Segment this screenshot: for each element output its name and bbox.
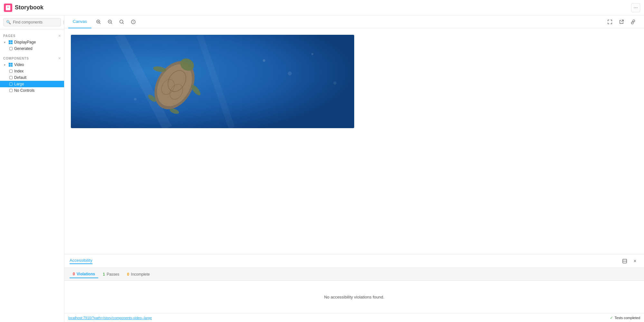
- svg-point-27: [311, 53, 313, 55]
- components-close-icon[interactable]: ×: [58, 56, 61, 61]
- sidebar-item-label: Default: [14, 75, 26, 80]
- sidebar-item-displaypage[interactable]: ▾ DisplayPage: [0, 39, 64, 45]
- tab-incomplete[interactable]: 0 Incomplete: [124, 271, 153, 278]
- sidebar-item-no-controls[interactable]: No Controls: [0, 87, 64, 94]
- svg-text:?: ?: [133, 21, 134, 24]
- check-icon: ✓: [610, 316, 613, 320]
- status-bar: localhost:7910/?path=/story/components-v…: [64, 313, 644, 322]
- incomplete-label: Incomplete: [131, 272, 150, 277]
- pages-section-header: PAGES ×: [0, 32, 64, 39]
- sidebar-item-video[interactable]: ▾ Video: [0, 62, 64, 68]
- canvas-toolbar: Canvas: [64, 15, 644, 28]
- story-icon: [9, 82, 13, 86]
- sidebar-item-label: Index: [14, 69, 24, 73]
- svg-point-26: [288, 71, 292, 75]
- tests-completed-label: Tests completed: [615, 316, 640, 320]
- turtle-svg: [71, 35, 354, 128]
- sidebar-item-label: Video: [14, 62, 24, 67]
- accessibility-tab-bar: Accessibility ×: [64, 254, 644, 268]
- grid-icon: [9, 63, 13, 67]
- fullscreen-icon: [608, 20, 612, 24]
- violations-tab-bar: 0 Violations 1 Passes 0 Incomplete: [64, 268, 644, 281]
- sidebar: 🔍 / PAGES × ▾ DisplayPage Generate: [0, 15, 64, 322]
- sidebar-content: PAGES × ▾ DisplayPage Generated COMPONEN…: [0, 29, 64, 322]
- violations-content: No accessibility violations found.: [64, 281, 644, 313]
- passes-count: 1: [103, 272, 105, 277]
- storybook-logo-icon: [4, 4, 12, 12]
- svg-point-8: [120, 20, 123, 23]
- tab-passes[interactable]: 1 Passes: [99, 271, 122, 278]
- zoom-reset-button[interactable]: [117, 17, 126, 26]
- fullscreen-button[interactable]: [605, 17, 614, 26]
- pages-label: PAGES: [3, 34, 15, 38]
- zoom-reset-icon: [119, 20, 124, 24]
- preview-area: [64, 28, 644, 254]
- pages-close-icon[interactable]: ×: [58, 33, 61, 38]
- svg-line-7: [111, 23, 112, 24]
- sidebar-item-label: DisplayPage: [14, 40, 36, 44]
- menu-button[interactable]: ···: [631, 3, 640, 12]
- story-icon: [9, 89, 13, 92]
- turtle-image: [71, 35, 354, 128]
- content-area: Canvas: [64, 15, 644, 322]
- panel-close-button[interactable]: ×: [631, 257, 639, 265]
- search-input[interactable]: [13, 20, 61, 24]
- panel-split-button[interactable]: [621, 257, 629, 265]
- top-right-icons: [605, 17, 638, 26]
- grid-icon: [9, 40, 13, 44]
- toolbar-icons: ?: [94, 17, 138, 26]
- app-title: Storybook: [15, 4, 43, 11]
- svg-point-28: [333, 81, 336, 85]
- zoom-out-icon: [108, 20, 112, 24]
- search-icon: 🔍: [6, 20, 11, 24]
- open-new-tab-icon: [619, 20, 624, 24]
- violations-label: Violations: [77, 272, 95, 276]
- status-right: ✓ Tests completed: [610, 316, 640, 320]
- bottom-panel: Accessibility × 0 Violati: [64, 254, 644, 313]
- help-button[interactable]: ?: [129, 17, 138, 26]
- svg-point-29: [134, 98, 137, 100]
- caret-icon: ▾: [4, 41, 7, 44]
- story-icon: [9, 76, 13, 79]
- components-section-header: COMPONENTS ×: [0, 54, 64, 62]
- no-violations-message: No accessibility violations found.: [324, 295, 384, 299]
- open-new-tab-button[interactable]: [617, 17, 626, 26]
- sidebar-item-large[interactable]: Large: [0, 81, 64, 87]
- svg-line-9: [123, 23, 124, 24]
- zoom-out-button[interactable]: [106, 17, 115, 26]
- tab-accessibility[interactable]: Accessibility: [70, 258, 92, 264]
- components-label: COMPONENTS: [3, 57, 29, 60]
- main-layout: 🔍 / PAGES × ▾ DisplayPage Generate: [0, 15, 644, 322]
- sidebar-item-label: No Controls: [14, 88, 34, 93]
- video-preview: [71, 35, 354, 128]
- search-input-wrap[interactable]: 🔍 /: [3, 18, 61, 26]
- close-icon: ×: [633, 258, 636, 264]
- video-icons: [9, 63, 13, 67]
- tab-violations[interactable]: 0 Violations: [70, 270, 98, 278]
- status-url[interactable]: localhost:7910/?path=/story/components-v…: [68, 316, 152, 320]
- violations-count: 0: [73, 272, 75, 276]
- tab-canvas[interactable]: Canvas: [68, 15, 91, 28]
- passes-label: Passes: [107, 272, 119, 277]
- sidebar-item-default[interactable]: Default: [0, 74, 64, 81]
- top-bar: Storybook ···: [0, 0, 644, 15]
- link-button[interactable]: [629, 17, 638, 26]
- story-icon: [9, 47, 13, 50]
- zoom-in-button[interactable]: [94, 17, 103, 26]
- sidebar-item-generated[interactable]: Generated: [0, 45, 64, 52]
- sidebar-item-label: Generated: [14, 46, 33, 51]
- svg-line-4: [99, 23, 100, 24]
- search-bar: 🔍 /: [0, 15, 64, 29]
- incomplete-count: 0: [127, 272, 129, 277]
- story-icon: [9, 70, 13, 73]
- link-icon: [631, 20, 635, 24]
- caret-icon: ▾: [4, 63, 7, 67]
- displaypage-icons: [9, 40, 13, 44]
- split-icon: [622, 259, 627, 263]
- zoom-in-icon: [96, 20, 101, 24]
- panel-right-icons: ×: [621, 257, 639, 265]
- svg-point-25: [263, 59, 265, 62]
- logo-area: Storybook: [4, 4, 68, 12]
- sidebar-item-label: Large: [14, 82, 24, 86]
- sidebar-item-index[interactable]: Index: [0, 68, 64, 74]
